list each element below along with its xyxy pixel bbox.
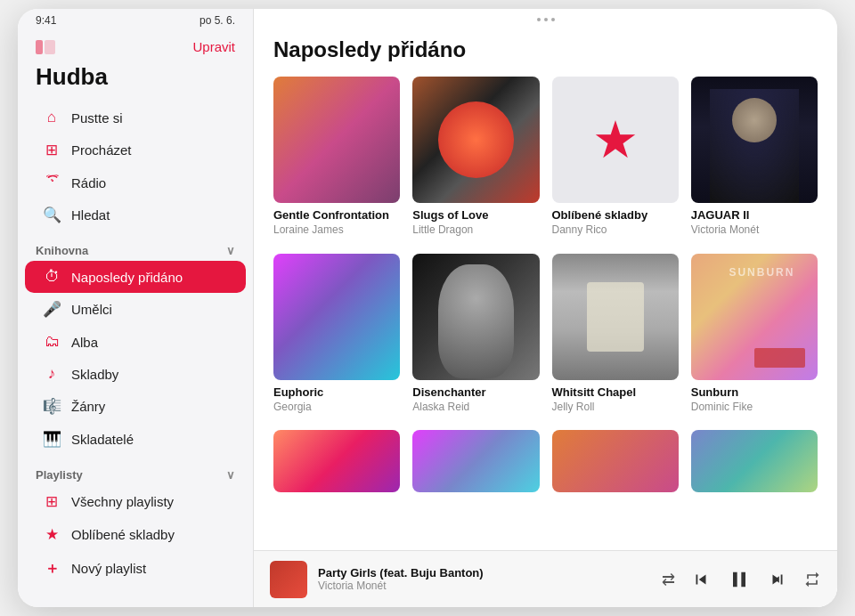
album-art-7 (552, 254, 679, 380)
sidebar-item-umelci[interactable]: 🎤 Umělci (25, 293, 246, 326)
sidebar-top-bar: Upravit (18, 27, 253, 58)
album-artist: Georgia (273, 401, 400, 415)
album-name: Euphoric (273, 385, 400, 401)
sidebar-toggle-button[interactable] (36, 40, 55, 54)
album-artist: Victoria Monét (691, 223, 818, 238)
album-name: Oblíbené skladby (552, 208, 679, 223)
album-grid: Gentle Confrontation Loraine James Slugs… (273, 77, 818, 498)
album-art-4 (691, 77, 818, 203)
album-item[interactable]: Euphoric Georgia (273, 254, 400, 415)
album-art-5 (273, 254, 400, 380)
repeat-button[interactable] (803, 571, 821, 588)
section-title: Naposledy přidáno (273, 37, 818, 62)
artists-icon: 🎤 (43, 300, 61, 319)
device: 9:41 po 5. 6. Upravit Hudba ⌂ Pustte si … (18, 9, 837, 607)
album-artist: Dominic Fike (691, 401, 818, 415)
sidebar-item-hledat[interactable]: 🔍 Hledat (25, 199, 246, 231)
album-artist: Jelly Roll (552, 401, 679, 415)
sidebar-title: Hudba (18, 58, 253, 101)
album-artist: Danny Rico (552, 223, 679, 238)
album-art-1 (273, 77, 400, 203)
sidebar-item-alba[interactable]: 🗂 Alba (25, 326, 246, 358)
album-item[interactable]: Gentle Confrontation Loraine James (273, 77, 400, 238)
album-artist: Loraine James (273, 223, 400, 238)
status-bar: 9:41 po 5. 6. (18, 9, 253, 27)
now-playing-title: Party Girls (feat. Buju Banton) (318, 566, 651, 580)
now-playing-controls: ⇄ (662, 567, 821, 592)
now-playing-art (270, 561, 307, 598)
album-name: Whitsitt Chapel (552, 385, 679, 401)
album-artist: Alaska Reid (412, 401, 539, 415)
recently-added-icon: ⏱ (43, 268, 61, 286)
album-item[interactable] (691, 430, 818, 498)
album-art-9 (273, 430, 400, 492)
main-content: Naposledy přidáno Gentle Confrontation L… (254, 9, 837, 607)
album-item[interactable]: Slugs of Love Little Dragon (412, 77, 539, 238)
album-item[interactable]: Whitsitt Chapel Jelly Roll (552, 254, 679, 415)
search-icon: 🔍 (43, 206, 61, 224)
top-dots (254, 9, 837, 25)
now-playing-info: Party Girls (feat. Buju Banton) Victoria… (318, 566, 651, 592)
home-icon: ⌂ (43, 109, 61, 126)
sidebar-item-vsechny-playlisty[interactable]: ⊞ Všechny playlisty (25, 485, 246, 518)
album-name: Disenchanter (412, 385, 539, 401)
sidebar-scroll: ⌂ Pustte si ⊞ Procházet Rádio 🔍 Hledat (18, 101, 253, 607)
play-pause-button[interactable] (727, 567, 752, 592)
songs-icon: ♪ (43, 365, 61, 383)
section-playlisty: Playlisty ∨ (18, 456, 253, 485)
previous-button[interactable] (691, 570, 711, 589)
album-item[interactable]: JAGUAR II Victoria Monét (691, 77, 818, 238)
status-time: 9:41 (36, 14, 56, 27)
album-item[interactable]: Disenchanter Alaska Reid (412, 254, 539, 415)
chevron-down-icon-2: ∨ (226, 468, 235, 482)
status-date: po 5. 6. (200, 14, 235, 27)
content-area: Naposledy přidáno Gentle Confrontation L… (254, 25, 837, 550)
svg-rect-0 (36, 40, 43, 54)
favorites-icon: ★ (43, 525, 61, 544)
album-art-11 (552, 430, 679, 492)
shuffle-button[interactable]: ⇄ (662, 570, 675, 589)
album-art-12 (691, 430, 818, 492)
browse-icon: ⊞ (43, 141, 61, 159)
composers-icon: 🎹 (43, 430, 61, 449)
album-art-10 (412, 430, 539, 492)
sidebar-item-novy-playlist[interactable]: ＋ Nový playlist (25, 551, 246, 586)
new-playlist-icon: ＋ (43, 558, 61, 579)
sidebar-item-oblibene-skladby[interactable]: ★ Oblíbené skladby (25, 518, 246, 551)
sidebar-item-skladatele[interactable]: 🎹 Skladatelé (25, 423, 246, 456)
upravit-button[interactable]: Upravit (192, 39, 235, 54)
sidebar-item-prochazet[interactable]: ⊞ Procházet (25, 134, 246, 166)
genres-icon: 🎼 (43, 397, 61, 416)
all-playlists-icon: ⊞ (43, 492, 61, 511)
album-art-8: SUNBURN (691, 254, 818, 380)
chevron-down-icon: ∨ (226, 244, 235, 257)
next-button[interactable] (768, 570, 787, 589)
album-item[interactable] (273, 430, 400, 498)
album-item[interactable]: ★ Oblíbené skladby Danny Rico (552, 77, 679, 238)
svg-rect-1 (45, 40, 55, 54)
album-art-2 (412, 77, 539, 203)
album-artist: Little Dragon (412, 223, 539, 238)
album-name: JAGUAR II (691, 208, 818, 223)
album-art-6 (412, 254, 539, 380)
now-playing-artist: Victoria Monét (318, 580, 651, 592)
sidebar-item-naposledy-pridano[interactable]: ⏱ Naposledy přidáno (25, 261, 246, 293)
album-name: Gentle Confrontation (273, 208, 400, 223)
section-knihovna: Knihovna ∨ (18, 231, 253, 261)
album-art-3: ★ (552, 77, 679, 203)
albums-icon: 🗂 (43, 333, 61, 351)
now-playing-bar: Party Girls (feat. Buju Banton) Victoria… (254, 550, 837, 607)
sidebar-item-zanry[interactable]: 🎼 Žánry (25, 390, 246, 423)
album-item[interactable] (552, 430, 679, 498)
sidebar-item-pustte-si[interactable]: ⌂ Pustte si (25, 101, 246, 134)
sidebar-item-skladby[interactable]: ♪ Skladby (25, 358, 246, 390)
star-icon: ★ (592, 114, 639, 166)
radio-icon (43, 174, 61, 191)
album-item[interactable]: SUNBURN Sunburn Dominic Fike (691, 254, 818, 415)
album-name: Sunburn (691, 385, 818, 401)
sidebar: 9:41 po 5. 6. Upravit Hudba ⌂ Pustte si … (18, 9, 254, 607)
album-item[interactable] (412, 430, 539, 498)
sidebar-item-radio[interactable]: Rádio (25, 166, 246, 199)
album-name: Slugs of Love (412, 208, 539, 223)
